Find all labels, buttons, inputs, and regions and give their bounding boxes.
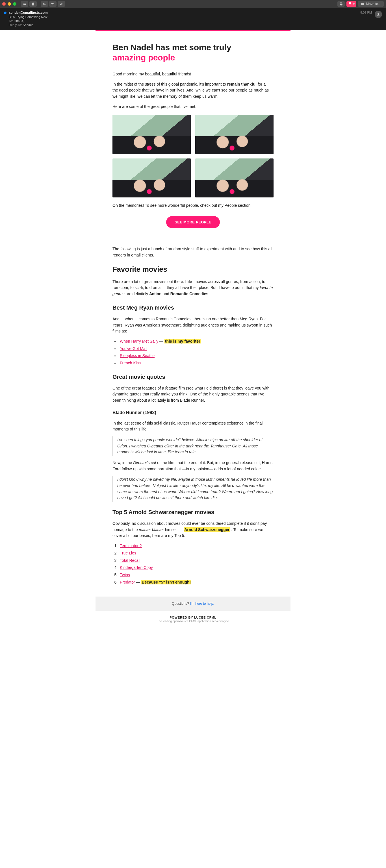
reply-to-value[interactable]: Sender xyxy=(23,23,33,27)
reply-to-label: Reply-To: xyxy=(9,23,22,27)
people-photo[interactable] xyxy=(113,158,191,198)
arnold-movie-list: Terminator 2True LiesTotal RecallKinderg… xyxy=(119,543,273,585)
message-subject: BEN Trying Something New xyxy=(9,15,382,19)
highlight-note: this is my favorite! xyxy=(165,339,201,343)
blade-runner-intro: In the last scene of this sci-fi classic… xyxy=(113,420,273,432)
list-item: True Lies xyxy=(119,550,273,556)
footer-question: Questions? xyxy=(172,602,190,606)
list-item: Predator — Because "5" isn't enough! xyxy=(119,579,273,586)
movie-link[interactable]: True Lies xyxy=(120,551,136,555)
message-body: Ben Nadel has met some truly amazing peo… xyxy=(0,30,386,633)
movie-link[interactable]: Sleepless in Seattle xyxy=(120,353,155,358)
greeting: Good morning my beautiful, beautiful fri… xyxy=(113,71,273,78)
blade-runner-quote-2: I don't know why he saved my life. Maybe… xyxy=(113,476,273,502)
email-footer: Questions? I'm here to help. xyxy=(95,596,291,611)
people-photo[interactable] xyxy=(113,115,191,154)
movie-link[interactable]: French Kiss xyxy=(120,361,141,365)
meg-ryan-movie-list: When Harry Met Sally — this is my favori… xyxy=(119,338,273,366)
sender-address[interactable]: sender@emailtests.com xyxy=(9,11,48,15)
powered-line1: POWERED BY LUCEE CFML xyxy=(98,616,288,619)
message-header: sender@emailtests.com BEN Trying Somethi… xyxy=(0,8,386,30)
hero-line2: amazing people xyxy=(113,53,175,62)
list-item: Sleepless in Seattle xyxy=(119,353,273,359)
list-item: You've Got Mail xyxy=(119,346,273,352)
window-titlebar: ▾ Move to… xyxy=(0,0,386,8)
blade-runner-heading: Blade Runner (1982) xyxy=(113,409,273,416)
powered-by: POWERED BY LUCEE CFML The leading open-s… xyxy=(95,611,291,624)
list-item: Terminator 2 xyxy=(119,543,273,549)
list-item: When Harry Met Sally — this is my favori… xyxy=(119,338,273,345)
list-item: Kindergarten Copy xyxy=(119,565,273,571)
movies-intro: There are a lot of great movies out ther… xyxy=(113,279,273,297)
hero-heading: Ben Nadel has met some truly amazing peo… xyxy=(113,42,273,63)
photo-grid xyxy=(113,115,273,197)
minimize-window-button[interactable] xyxy=(8,2,11,6)
to-label: To: xyxy=(9,19,13,23)
quotes-intro: One of the great features of a feature f… xyxy=(113,385,273,404)
movie-link[interactable]: Total Recall xyxy=(120,558,140,563)
movie-link[interactable]: You've Got Mail xyxy=(120,346,147,351)
divider xyxy=(113,238,273,238)
after-photos-text: Oh the memories! To see more wonderful p… xyxy=(113,203,273,209)
list-item: French Kiss xyxy=(119,360,273,366)
intro-paragraph-3: Here are some of the great people that I… xyxy=(113,104,273,110)
to-value[interactable]: Litmus, xyxy=(14,19,24,23)
received-time: 8:02 PM xyxy=(360,11,372,14)
see-more-people-button[interactable]: SEE MORE PEOPLE xyxy=(166,216,219,228)
reply-all-button[interactable] xyxy=(49,1,57,7)
meg-ryan-intro: And ... when it comes to Romantic Comedi… xyxy=(113,316,273,335)
footer-help-link[interactable]: I'm here to help. xyxy=(190,602,214,606)
zoom-window-button[interactable] xyxy=(13,2,17,6)
favorite-movies-heading: Favorite movies xyxy=(113,264,273,275)
blade-runner-mid: Now, in the Director's cut of the film, … xyxy=(113,460,273,472)
filler-note: The following is just a bunch of random … xyxy=(113,246,273,258)
move-to-label: Move to… xyxy=(366,2,382,6)
movie-link[interactable]: Kindergarten Copy xyxy=(120,565,153,570)
people-photo[interactable] xyxy=(195,158,273,198)
people-photo[interactable] xyxy=(195,115,273,154)
movie-link[interactable]: Twins xyxy=(120,572,130,577)
list-item: Total Recall xyxy=(119,558,273,564)
traffic-lights xyxy=(2,2,17,6)
print-button[interactable] xyxy=(337,1,345,7)
toolbar-group-reply xyxy=(41,1,65,7)
movie-quotes-heading: Great movie quotes xyxy=(113,373,273,381)
move-to-button[interactable]: Move to… xyxy=(358,1,384,7)
arnold-heading: Top 5 Arnold Schwarzenegger movies xyxy=(113,508,273,517)
archive-button[interactable] xyxy=(21,1,28,7)
hero-line1: Ben Nadel has met some truly xyxy=(113,43,231,52)
arnold-intro: Obviously, no discussion about movies co… xyxy=(113,521,273,539)
close-window-button[interactable] xyxy=(2,2,6,6)
toolbar-group-left xyxy=(21,1,37,7)
meg-ryan-heading: Best Meg Ryan movies xyxy=(113,303,273,312)
blade-runner-quote-1: I've seen things you people wouldn't bel… xyxy=(113,436,273,456)
trash-button[interactable] xyxy=(29,1,37,7)
folder-icon xyxy=(360,2,364,6)
movie-link[interactable]: Predator xyxy=(120,580,135,584)
list-item: Twins xyxy=(119,572,273,578)
reply-button[interactable] xyxy=(41,1,48,7)
movie-link[interactable]: Terminator 2 xyxy=(120,544,142,548)
forward-button[interactable] xyxy=(58,1,65,7)
flag-button[interactable]: ▾ xyxy=(347,1,356,7)
powered-line2: The leading open-source CFML application… xyxy=(98,620,288,623)
unread-indicator-icon xyxy=(4,11,6,14)
intro-paragraph-2: In the midst of the stress of this globa… xyxy=(113,81,273,100)
highlight-note: Because "5" isn't enough! xyxy=(141,580,191,584)
movie-link[interactable]: When Harry Met Sally xyxy=(120,339,158,343)
sender-avatar[interactable]: S xyxy=(375,11,382,18)
